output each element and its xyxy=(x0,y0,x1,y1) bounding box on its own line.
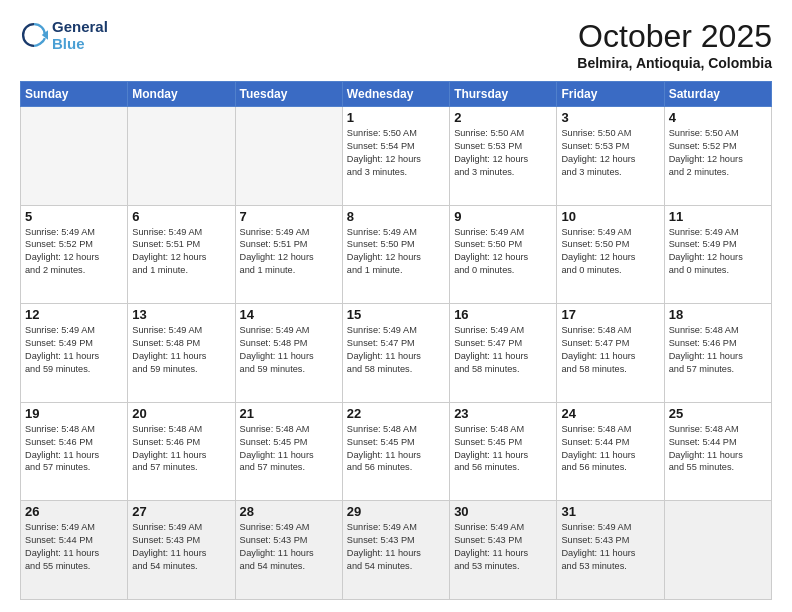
page: General Blue October 2025 Belmira, Antio… xyxy=(0,0,792,612)
day-number: 11 xyxy=(669,209,767,224)
table-row: 13Sunrise: 5:49 AM Sunset: 5:48 PM Dayli… xyxy=(128,304,235,403)
table-row: 2Sunrise: 5:50 AM Sunset: 5:53 PM Daylig… xyxy=(450,107,557,206)
day-number: 15 xyxy=(347,307,445,322)
logo-icon xyxy=(20,21,48,49)
header: General Blue October 2025 Belmira, Antio… xyxy=(20,18,772,71)
day-number: 17 xyxy=(561,307,659,322)
day-number: 30 xyxy=(454,504,552,519)
day-info: Sunrise: 5:50 AM Sunset: 5:52 PM Dayligh… xyxy=(669,127,767,179)
weekday-header-row: Sunday Monday Tuesday Wednesday Thursday… xyxy=(21,82,772,107)
table-row: 4Sunrise: 5:50 AM Sunset: 5:52 PM Daylig… xyxy=(664,107,771,206)
week-row-2: 5Sunrise: 5:49 AM Sunset: 5:52 PM Daylig… xyxy=(21,205,772,304)
day-info: Sunrise: 5:49 AM Sunset: 5:43 PM Dayligh… xyxy=(240,521,338,573)
day-info: Sunrise: 5:48 AM Sunset: 5:46 PM Dayligh… xyxy=(669,324,767,376)
day-number: 23 xyxy=(454,406,552,421)
table-row: 24Sunrise: 5:48 AM Sunset: 5:44 PM Dayli… xyxy=(557,402,664,501)
day-number: 25 xyxy=(669,406,767,421)
location: Belmira, Antioquia, Colombia xyxy=(577,55,772,71)
week-row-4: 19Sunrise: 5:48 AM Sunset: 5:46 PM Dayli… xyxy=(21,402,772,501)
header-tuesday: Tuesday xyxy=(235,82,342,107)
day-info: Sunrise: 5:49 AM Sunset: 5:49 PM Dayligh… xyxy=(25,324,123,376)
table-row xyxy=(128,107,235,206)
table-row: 7Sunrise: 5:49 AM Sunset: 5:51 PM Daylig… xyxy=(235,205,342,304)
day-info: Sunrise: 5:49 AM Sunset: 5:43 PM Dayligh… xyxy=(132,521,230,573)
day-number: 13 xyxy=(132,307,230,322)
table-row xyxy=(664,501,771,600)
day-info: Sunrise: 5:49 AM Sunset: 5:51 PM Dayligh… xyxy=(132,226,230,278)
day-number: 22 xyxy=(347,406,445,421)
table-row: 25Sunrise: 5:48 AM Sunset: 5:44 PM Dayli… xyxy=(664,402,771,501)
table-row: 8Sunrise: 5:49 AM Sunset: 5:50 PM Daylig… xyxy=(342,205,449,304)
table-row xyxy=(235,107,342,206)
table-row xyxy=(21,107,128,206)
table-row: 1Sunrise: 5:50 AM Sunset: 5:54 PM Daylig… xyxy=(342,107,449,206)
day-number: 18 xyxy=(669,307,767,322)
table-row: 30Sunrise: 5:49 AM Sunset: 5:43 PM Dayli… xyxy=(450,501,557,600)
table-row: 16Sunrise: 5:49 AM Sunset: 5:47 PM Dayli… xyxy=(450,304,557,403)
table-row: 3Sunrise: 5:50 AM Sunset: 5:53 PM Daylig… xyxy=(557,107,664,206)
day-info: Sunrise: 5:49 AM Sunset: 5:50 PM Dayligh… xyxy=(347,226,445,278)
table-row: 22Sunrise: 5:48 AM Sunset: 5:45 PM Dayli… xyxy=(342,402,449,501)
table-row: 20Sunrise: 5:48 AM Sunset: 5:46 PM Dayli… xyxy=(128,402,235,501)
day-number: 9 xyxy=(454,209,552,224)
logo: General Blue xyxy=(20,18,108,52)
day-number: 2 xyxy=(454,110,552,125)
day-number: 10 xyxy=(561,209,659,224)
day-number: 1 xyxy=(347,110,445,125)
header-thursday: Thursday xyxy=(450,82,557,107)
week-row-3: 12Sunrise: 5:49 AM Sunset: 5:49 PM Dayli… xyxy=(21,304,772,403)
day-info: Sunrise: 5:49 AM Sunset: 5:52 PM Dayligh… xyxy=(25,226,123,278)
table-row: 18Sunrise: 5:48 AM Sunset: 5:46 PM Dayli… xyxy=(664,304,771,403)
day-number: 14 xyxy=(240,307,338,322)
table-row: 19Sunrise: 5:48 AM Sunset: 5:46 PM Dayli… xyxy=(21,402,128,501)
day-number: 31 xyxy=(561,504,659,519)
day-info: Sunrise: 5:49 AM Sunset: 5:48 PM Dayligh… xyxy=(132,324,230,376)
day-info: Sunrise: 5:49 AM Sunset: 5:50 PM Dayligh… xyxy=(454,226,552,278)
day-info: Sunrise: 5:48 AM Sunset: 5:47 PM Dayligh… xyxy=(561,324,659,376)
week-row-1: 1Sunrise: 5:50 AM Sunset: 5:54 PM Daylig… xyxy=(21,107,772,206)
day-info: Sunrise: 5:49 AM Sunset: 5:48 PM Dayligh… xyxy=(240,324,338,376)
table-row: 9Sunrise: 5:49 AM Sunset: 5:50 PM Daylig… xyxy=(450,205,557,304)
day-info: Sunrise: 5:48 AM Sunset: 5:46 PM Dayligh… xyxy=(132,423,230,475)
table-row: 28Sunrise: 5:49 AM Sunset: 5:43 PM Dayli… xyxy=(235,501,342,600)
table-row: 12Sunrise: 5:49 AM Sunset: 5:49 PM Dayli… xyxy=(21,304,128,403)
day-info: Sunrise: 5:48 AM Sunset: 5:45 PM Dayligh… xyxy=(240,423,338,475)
day-info: Sunrise: 5:48 AM Sunset: 5:45 PM Dayligh… xyxy=(454,423,552,475)
table-row: 14Sunrise: 5:49 AM Sunset: 5:48 PM Dayli… xyxy=(235,304,342,403)
day-info: Sunrise: 5:50 AM Sunset: 5:53 PM Dayligh… xyxy=(454,127,552,179)
day-info: Sunrise: 5:49 AM Sunset: 5:43 PM Dayligh… xyxy=(454,521,552,573)
table-row: 21Sunrise: 5:48 AM Sunset: 5:45 PM Dayli… xyxy=(235,402,342,501)
day-number: 16 xyxy=(454,307,552,322)
day-info: Sunrise: 5:48 AM Sunset: 5:45 PM Dayligh… xyxy=(347,423,445,475)
day-number: 29 xyxy=(347,504,445,519)
day-number: 12 xyxy=(25,307,123,322)
day-info: Sunrise: 5:49 AM Sunset: 5:47 PM Dayligh… xyxy=(347,324,445,376)
day-info: Sunrise: 5:49 AM Sunset: 5:43 PM Dayligh… xyxy=(561,521,659,573)
week-row-5: 26Sunrise: 5:49 AM Sunset: 5:44 PM Dayli… xyxy=(21,501,772,600)
day-number: 20 xyxy=(132,406,230,421)
day-info: Sunrise: 5:48 AM Sunset: 5:44 PM Dayligh… xyxy=(669,423,767,475)
day-info: Sunrise: 5:49 AM Sunset: 5:50 PM Dayligh… xyxy=(561,226,659,278)
day-number: 5 xyxy=(25,209,123,224)
table-row: 15Sunrise: 5:49 AM Sunset: 5:47 PM Dayli… xyxy=(342,304,449,403)
table-row: 17Sunrise: 5:48 AM Sunset: 5:47 PM Dayli… xyxy=(557,304,664,403)
day-info: Sunrise: 5:50 AM Sunset: 5:53 PM Dayligh… xyxy=(561,127,659,179)
day-number: 4 xyxy=(669,110,767,125)
header-saturday: Saturday xyxy=(664,82,771,107)
table-row: 6Sunrise: 5:49 AM Sunset: 5:51 PM Daylig… xyxy=(128,205,235,304)
day-info: Sunrise: 5:49 AM Sunset: 5:47 PM Dayligh… xyxy=(454,324,552,376)
day-number: 24 xyxy=(561,406,659,421)
table-row: 23Sunrise: 5:48 AM Sunset: 5:45 PM Dayli… xyxy=(450,402,557,501)
day-info: Sunrise: 5:49 AM Sunset: 5:49 PM Dayligh… xyxy=(669,226,767,278)
day-number: 7 xyxy=(240,209,338,224)
header-wednesday: Wednesday xyxy=(342,82,449,107)
calendar-table: Sunday Monday Tuesday Wednesday Thursday… xyxy=(20,81,772,600)
day-info: Sunrise: 5:50 AM Sunset: 5:54 PM Dayligh… xyxy=(347,127,445,179)
day-info: Sunrise: 5:48 AM Sunset: 5:46 PM Dayligh… xyxy=(25,423,123,475)
day-number: 3 xyxy=(561,110,659,125)
header-sunday: Sunday xyxy=(21,82,128,107)
day-number: 19 xyxy=(25,406,123,421)
day-info: Sunrise: 5:48 AM Sunset: 5:44 PM Dayligh… xyxy=(561,423,659,475)
logo-text: General Blue xyxy=(52,18,108,52)
header-friday: Friday xyxy=(557,82,664,107)
